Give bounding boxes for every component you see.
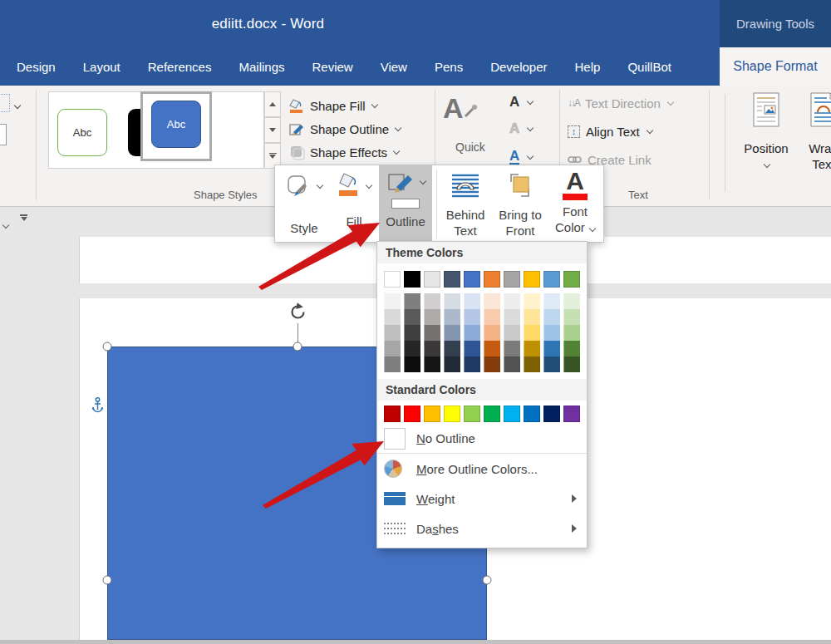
color-variant-swatch[interactable] (404, 293, 420, 309)
color-swatch[interactable] (524, 406, 540, 422)
color-variant-swatch[interactable] (464, 293, 480, 309)
color-variant-swatch[interactable] (484, 341, 500, 356)
color-variant-swatch[interactable] (563, 341, 580, 356)
resize-handle-top-middle[interactable] (293, 342, 302, 351)
shape-fill-button[interactable]: Shape Fill (288, 96, 377, 115)
color-variant-swatch[interactable] (424, 309, 440, 325)
weight-menu-item[interactable]: Weight (377, 484, 587, 514)
color-variant-swatch[interactable] (524, 356, 540, 372)
color-variant-swatch[interactable] (424, 356, 440, 372)
tab-quillbot[interactable]: QuillBot (627, 60, 671, 74)
color-variant-swatch[interactable] (484, 356, 500, 372)
color-variant-swatch[interactable] (543, 293, 560, 309)
tab-developer[interactable]: Developer (490, 60, 547, 74)
color-variant-swatch[interactable] (484, 325, 500, 341)
no-outline-menu-item[interactable]: No Outline (377, 424, 587, 454)
insert-shape-icon[interactable] (0, 94, 10, 112)
text-fill-button[interactable]: A (509, 92, 533, 112)
color-swatch[interactable] (384, 271, 401, 288)
color-variant-swatch[interactable] (444, 309, 460, 325)
edit-shape-icon[interactable] (0, 124, 7, 145)
color-swatch[interactable] (563, 406, 580, 422)
color-variant-swatch[interactable] (524, 293, 540, 309)
dashes-menu-item[interactable]: Dashes (377, 514, 587, 543)
color-variant-swatch[interactable] (424, 341, 440, 356)
gallery-scroll-down-button[interactable] (264, 117, 281, 143)
color-swatch[interactable] (543, 271, 560, 288)
color-variant-swatch[interactable] (543, 325, 560, 341)
color-variant-swatch[interactable] (563, 325, 580, 341)
color-variant-swatch[interactable] (444, 356, 460, 372)
collapse-chevron-icon[interactable] (2, 217, 8, 232)
tab-shape-format[interactable]: Shape Format (720, 47, 831, 86)
color-swatch[interactable] (563, 271, 580, 288)
shape-style-option-1[interactable]: Abc (57, 109, 107, 156)
color-variant-swatch[interactable] (404, 325, 420, 341)
color-swatch[interactable] (484, 406, 500, 422)
color-variant-swatch[interactable] (484, 309, 500, 325)
color-variant-swatch[interactable] (424, 293, 440, 309)
color-variant-swatch[interactable] (464, 309, 480, 325)
tab-help[interactable]: Help (575, 60, 601, 74)
resize-handle-top-left[interactable] (103, 342, 112, 351)
tab-mailings[interactable]: Mailings (238, 60, 284, 74)
color-variant-swatch[interactable] (524, 309, 540, 325)
color-variant-swatch[interactable] (504, 293, 520, 309)
color-variant-swatch[interactable] (384, 309, 401, 325)
collapse-ribbon-icon[interactable] (20, 214, 27, 221)
color-variant-swatch[interactable] (504, 341, 520, 356)
color-variant-swatch[interactable] (543, 356, 560, 372)
color-variant-swatch[interactable] (504, 309, 520, 325)
color-swatch[interactable] (424, 406, 440, 422)
tab-design[interactable]: Design (17, 60, 56, 74)
color-swatch[interactable] (444, 271, 460, 288)
resize-handle-middle-right[interactable] (483, 576, 492, 585)
tab-pens[interactable]: Pens (435, 60, 463, 74)
more-outline-colors-menu-item[interactable]: More Outline Colors... (377, 454, 587, 484)
resize-handle-middle-left[interactable] (103, 576, 112, 585)
tab-review[interactable]: Review (312, 60, 353, 74)
text-outline-button[interactable]: A (509, 119, 533, 139)
color-variant-swatch[interactable] (404, 341, 420, 356)
color-variant-swatch[interactable] (464, 341, 480, 356)
color-variant-swatch[interactable] (444, 325, 460, 341)
color-swatch[interactable] (424, 271, 440, 288)
position-button[interactable]: Position (740, 92, 792, 171)
color-variant-swatch[interactable] (404, 356, 420, 372)
gallery-scroll-up-button[interactable] (264, 91, 281, 117)
color-variant-swatch[interactable] (464, 356, 480, 372)
color-swatch[interactable] (404, 271, 420, 288)
wordart-quick-styles-button[interactable]: A (443, 92, 484, 127)
shape-style-option-3-selected[interactable]: Abc (151, 101, 201, 148)
chevron-down-icon[interactable] (13, 97, 20, 112)
color-swatch[interactable] (504, 406, 520, 422)
color-variant-swatch[interactable] (424, 325, 440, 341)
color-variant-swatch[interactable] (563, 293, 580, 309)
color-swatch[interactable] (384, 406, 401, 422)
color-variant-swatch[interactable] (444, 341, 460, 356)
color-variant-swatch[interactable] (484, 293, 500, 309)
color-variant-swatch[interactable] (404, 309, 420, 325)
shape-effects-button[interactable]: Shape Effects (288, 143, 399, 161)
color-swatch[interactable] (464, 271, 480, 288)
color-variant-swatch[interactable] (524, 341, 540, 356)
align-text-button[interactable]: ↕ Align Text (568, 122, 652, 140)
color-variant-swatch[interactable] (504, 356, 520, 372)
tab-references[interactable]: References (148, 60, 212, 74)
outline-button[interactable]: Outline (379, 165, 432, 242)
color-variant-swatch[interactable] (504, 325, 520, 341)
color-swatch[interactable] (524, 271, 540, 288)
color-swatch[interactable] (464, 406, 480, 422)
color-variant-swatch[interactable] (384, 356, 401, 372)
color-swatch[interactable] (444, 406, 460, 422)
color-variant-swatch[interactable] (563, 356, 580, 372)
font-color-button[interactable]: A Font Color (549, 165, 601, 242)
rotate-handle[interactable] (288, 302, 308, 322)
color-variant-swatch[interactable] (384, 325, 401, 341)
color-variant-swatch[interactable] (464, 325, 480, 341)
tab-view[interactable]: View (381, 60, 407, 74)
bring-to-front-button[interactable]: Bring toFront (493, 165, 548, 242)
color-variant-swatch[interactable] (384, 293, 401, 309)
color-swatch[interactable] (543, 406, 560, 422)
color-variant-swatch[interactable] (563, 309, 580, 325)
